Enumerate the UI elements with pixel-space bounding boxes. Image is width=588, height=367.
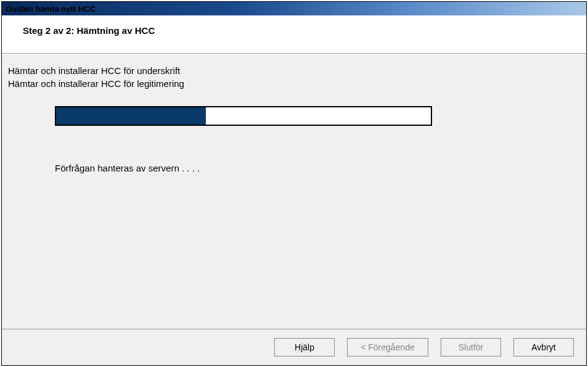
status-line-2: Hämtar och installerar HCC för legitimer…: [7, 78, 581, 89]
progress-fill: [56, 107, 206, 125]
step-title: Steg 2 av 2: Hämtning av HCC: [23, 25, 581, 36]
finish-button[interactable]: Slutför: [441, 338, 501, 357]
help-button[interactable]: Hjälp: [274, 338, 335, 357]
title-bar: Guiden hämta nytt HCC: [2, 2, 586, 15]
cancel-button[interactable]: Avbryt: [513, 338, 574, 357]
wizard-window: Guiden hämta nytt HCC Steg 2 av 2: Hämtn…: [1, 1, 587, 366]
progress-bar: [55, 106, 432, 126]
button-bar: Hjälp < Föregående Slutför Avbryt: [2, 329, 586, 365]
content-section: Hämtar och installerar HCC för underskri…: [2, 54, 586, 329]
status-line-1: Hämtar och installerar HCC för underskri…: [7, 65, 581, 76]
previous-button[interactable]: < Föregående: [347, 338, 428, 357]
server-message: Förfrågan hanteras av servern . . . .: [55, 163, 581, 173]
header-section: Steg 2 av 2: Hämtning av HCC: [2, 15, 586, 54]
window-title: Guiden hämta nytt HCC: [6, 4, 96, 14]
